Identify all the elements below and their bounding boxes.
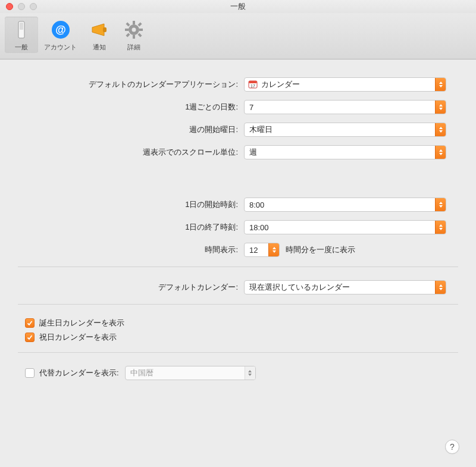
days-per-week-label: 1週ごとの日数: (18, 102, 244, 112)
day-end-popup[interactable]: 18:00 (244, 220, 446, 234)
megaphone-icon (89, 19, 110, 40)
hours-at-time-popup[interactable]: 12 (244, 243, 280, 257)
week-scroll-value: 週 (245, 147, 262, 158)
svg-rect-15 (126, 33, 130, 37)
alt-calendar-checkbox-label: 代替カレンダーを表示: (39, 368, 119, 378)
time-display-suffix: 時間分を一度に表示 (286, 245, 355, 255)
default-app-label: デフォルトのカレンダーアプリケーション: (18, 79, 244, 90)
birthday-checkbox[interactable] (25, 318, 35, 328)
chevron-updown-icon (435, 146, 446, 159)
default-app-value: カレンダー (256, 79, 305, 90)
chevron-updown-icon (435, 123, 446, 136)
svg-point-7 (132, 28, 136, 32)
chevron-updown-icon (435, 101, 446, 114)
chevron-updown-icon (268, 243, 279, 256)
toolbar-tab-accounts[interactable]: @ アカウント (39, 17, 82, 53)
svg-rect-5 (103, 27, 107, 32)
content-pane: デフォルトのカレンダーアプリケーション: 17 カレンダー 1週ごとの日数: 7 (0, 59, 476, 467)
toolbar-tab-label: 一般 (15, 43, 28, 52)
day-start-popup[interactable]: 8:00 (244, 198, 446, 212)
alt-calendar-checkbox[interactable] (25, 368, 35, 378)
chevron-updown-icon (245, 366, 255, 380)
svg-marker-4 (92, 24, 104, 36)
week-start-popup[interactable]: 木曜日 (244, 123, 446, 137)
chevron-updown-icon (435, 221, 446, 234)
alt-calendar-value: 中国暦 (126, 368, 158, 378)
svg-text:@: @ (55, 24, 66, 36)
help-button[interactable]: ? (445, 440, 459, 454)
holiday-checkbox-label: 祝日カレンダーを表示 (39, 332, 117, 343)
svg-rect-14 (137, 22, 142, 26)
separator (18, 267, 458, 267)
default-calendar-value: 現在選択しているカレンダー (245, 282, 355, 293)
toolbar-tab-label: 通知 (93, 43, 106, 52)
svg-rect-1 (20, 23, 23, 30)
default-calendar-popup[interactable]: 現在選択しているカレンダー (244, 280, 446, 294)
zoom-window-button[interactable] (30, 3, 37, 10)
day-start-value: 8:00 (245, 200, 269, 209)
toolbar: 一般 @ アカウント 通知 詳細 (0, 13, 476, 59)
traffic-lights (0, 3, 37, 10)
help-icon: ? (450, 442, 455, 452)
week-start-value: 木曜日 (245, 124, 277, 135)
days-per-week-value: 7 (245, 103, 258, 112)
preferences-window: 一般 一般 @ アカウント 通知 詳細 (0, 0, 476, 467)
separator (18, 304, 458, 305)
close-window-button[interactable] (6, 3, 13, 10)
week-start-label: 週の開始曜日: (18, 124, 244, 135)
window-title: 一般 (0, 1, 476, 12)
toolbar-tab-notifications[interactable]: 通知 (83, 17, 116, 53)
week-scroll-popup[interactable]: 週 (244, 145, 446, 159)
toolbar-tab-label: アカウント (44, 43, 77, 52)
separator (18, 352, 458, 353)
default-app-popup[interactable]: 17 カレンダー (244, 77, 446, 92)
week-scroll-label: 週表示でのスクロール単位: (18, 147, 244, 158)
chevron-updown-icon (435, 78, 446, 91)
birthday-checkbox-label: 誕生日カレンダーを表示 (39, 318, 124, 328)
chevron-updown-icon (435, 281, 446, 294)
svg-rect-12 (126, 22, 130, 26)
gear-icon (123, 19, 145, 40)
minimize-window-button[interactable] (18, 3, 25, 10)
day-end-value: 18:00 (245, 223, 274, 232)
hours-at-time-value: 12 (245, 246, 262, 255)
time-display-label: 時間表示: (18, 245, 244, 255)
chevron-updown-icon (435, 198, 446, 211)
toolbar-tab-label: 詳細 (127, 43, 140, 52)
alt-calendar-popup: 中国暦 (125, 366, 256, 380)
svg-rect-10 (125, 29, 129, 31)
toolbar-tab-general[interactable]: 一般 (5, 17, 38, 53)
svg-rect-11 (139, 29, 143, 31)
general-icon (11, 19, 32, 40)
svg-rect-13 (137, 33, 142, 37)
svg-rect-9 (133, 35, 135, 39)
toolbar-tab-advanced[interactable]: 詳細 (117, 17, 151, 53)
svg-rect-17 (249, 81, 257, 83)
days-per-week-popup[interactable]: 7 (244, 100, 446, 114)
day-start-label: 1日の開始時刻: (18, 199, 244, 210)
at-icon: @ (50, 19, 71, 40)
default-calendar-label: デフォルトカレンダー: (18, 282, 244, 293)
svg-rect-8 (133, 21, 135, 24)
day-end-label: 1日の終了時刻: (18, 222, 244, 233)
svg-text:17: 17 (250, 84, 255, 88)
holiday-checkbox[interactable] (25, 333, 35, 342)
titlebar: 一般 (0, 0, 476, 13)
